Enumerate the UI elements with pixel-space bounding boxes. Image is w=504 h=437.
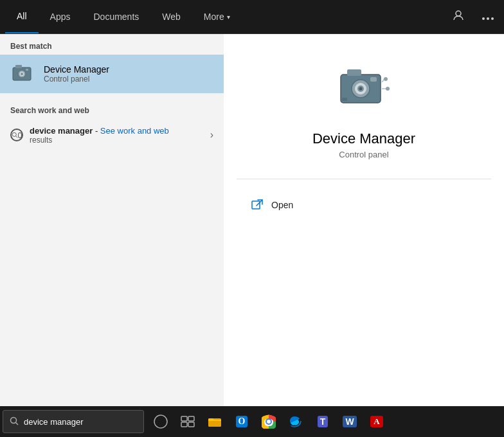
search-web-section: Search work and web device manager - See… xyxy=(0,98,224,151)
svg-rect-18 xyxy=(370,77,377,82)
result-subtitle: Control panel xyxy=(44,75,109,84)
chrome-icon xyxy=(262,415,276,429)
web-search-item[interactable]: device manager - See work and web result… xyxy=(0,119,224,151)
svg-rect-31 xyxy=(181,422,187,427)
svg-point-28 xyxy=(154,415,167,428)
taskbar-word[interactable]: W xyxy=(337,409,363,434)
svg-rect-5 xyxy=(15,65,22,68)
tab-documents-label: Documents xyxy=(93,12,139,22)
svg-rect-24 xyxy=(252,201,260,209)
tab-all-label: All xyxy=(17,11,27,21)
search-web-label: Search work and web xyxy=(0,98,224,119)
ellipsis-icon-button[interactable] xyxy=(477,8,499,25)
web-separator: - xyxy=(93,126,100,136)
taskbar-search-icon xyxy=(10,416,19,427)
svg-point-26 xyxy=(11,417,17,423)
search-area: Best match Device Manager Control panel xyxy=(0,34,504,406)
dm-icon-svg-small xyxy=(12,62,35,85)
tab-web-label: Web xyxy=(162,12,181,22)
best-match-text: Device Manager Control panel xyxy=(44,64,109,84)
word-letter: W xyxy=(343,416,356,427)
top-nav: All Apps Documents Web More ▾ xyxy=(0,0,504,34)
left-panel: Best match Device Manager Control panel xyxy=(0,34,224,406)
svg-rect-13 xyxy=(347,69,361,76)
start-circle-icon xyxy=(154,415,168,429)
svg-rect-9 xyxy=(26,69,28,71)
svg-rect-19 xyxy=(342,98,347,101)
svg-point-8 xyxy=(21,73,23,75)
tab-all[interactable]: All xyxy=(5,0,39,33)
svg-line-27 xyxy=(16,422,19,425)
web-subtext: results xyxy=(30,136,208,145)
web-query: device manager xyxy=(30,126,93,136)
person-icon-button[interactable] xyxy=(447,7,469,26)
taskbar-file-explorer[interactable] xyxy=(202,409,228,434)
svg-rect-30 xyxy=(188,416,194,421)
task-view-icon xyxy=(181,416,195,427)
svg-point-1 xyxy=(482,17,485,20)
teams-letter: T xyxy=(318,416,328,427)
detail-title: Device Manager xyxy=(312,130,415,147)
device-manager-icon-small xyxy=(10,61,36,87)
svg-point-23 xyxy=(386,87,390,91)
taskbar: device manager O xyxy=(0,406,504,437)
chevron-right-icon: › xyxy=(210,129,213,141)
svg-rect-29 xyxy=(181,416,187,421)
taskbar-search-text: device manager xyxy=(24,417,84,427)
tab-documents[interactable]: Documents xyxy=(82,0,150,33)
tab-apps-label: Apps xyxy=(50,12,71,22)
nav-right-actions xyxy=(447,7,499,26)
svg-point-2 xyxy=(487,17,489,20)
detail-subtitle: Control panel xyxy=(339,150,388,159)
taskbar-teams[interactable]: T xyxy=(310,409,336,434)
taskbar-search-bar[interactable]: device manager xyxy=(3,410,144,433)
svg-point-17 xyxy=(359,87,363,91)
svg-point-22 xyxy=(384,77,388,81)
taskbar-acrobat[interactable]: A xyxy=(364,409,390,434)
taskbar-start-button[interactable] xyxy=(148,409,174,434)
acrobat-letter: A xyxy=(370,416,382,427)
person-icon xyxy=(453,10,464,21)
svg-point-10 xyxy=(12,132,16,136)
file-explorer-icon xyxy=(208,415,222,428)
taskbar-chrome[interactable] xyxy=(256,409,282,434)
tab-more[interactable]: More ▾ xyxy=(192,0,242,33)
right-panel: Device Manager Control panel Open xyxy=(224,34,504,406)
svg-line-11 xyxy=(16,136,17,138)
tab-apps[interactable]: Apps xyxy=(39,0,82,33)
web-see-results: See work and web xyxy=(100,126,169,136)
search-circle-icon xyxy=(10,129,23,141)
taskbar-edge[interactable] xyxy=(283,409,309,434)
open-icon xyxy=(249,197,265,213)
more-arrow-icon: ▾ xyxy=(227,13,230,21)
ellipsis-icon xyxy=(482,17,494,20)
tab-web[interactable]: Web xyxy=(150,0,192,33)
best-match-label: Best match xyxy=(0,34,224,55)
svg-point-0 xyxy=(456,11,461,16)
detail-icon-area xyxy=(335,60,393,118)
result-title: Device Manager xyxy=(44,64,109,75)
divider xyxy=(237,179,491,179)
best-match-item[interactable]: Device Manager Control panel xyxy=(0,55,224,93)
edge-icon xyxy=(289,415,303,429)
svg-point-3 xyxy=(491,17,494,20)
taskbar-outlook[interactable]: O xyxy=(229,409,255,434)
svg-point-37 xyxy=(267,420,271,424)
svg-rect-32 xyxy=(188,422,194,427)
open-action[interactable]: Open xyxy=(243,192,485,218)
open-label: Open xyxy=(271,200,293,210)
taskbar-task-view[interactable] xyxy=(175,409,201,434)
web-item-text: device manager - See work and web result… xyxy=(30,126,208,145)
outlook-letter: O xyxy=(236,416,248,427)
action-list: Open xyxy=(237,192,491,218)
device-manager-icon-large xyxy=(338,63,390,114)
tab-more-label: More xyxy=(204,12,224,22)
